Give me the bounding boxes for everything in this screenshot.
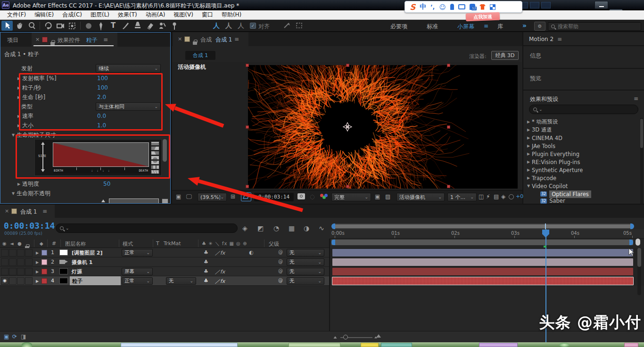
hide-shy-layers-icon[interactable]: ◔	[273, 224, 279, 232]
graph-plot[interactable]	[53, 142, 149, 167]
taskbar-app[interactable]	[121, 343, 238, 347]
info-panel-header[interactable]: 信息	[523, 47, 644, 69]
layer-row[interactable]: ▶ 3 灯源 屏幕⌄ ♣ ／fx @ 无⌄	[0, 267, 329, 276]
layer-row[interactable]: ▶ 1 [调整图层 2] 正常⌄ ♣ ／fx ◐ @ 无⌄	[0, 248, 329, 257]
effect-row-size[interactable]: ▶ 大小 1.0	[0, 121, 163, 130]
selection-handle[interactable]	[447, 185, 450, 188]
panel-menu-icon[interactable]: ≡	[634, 95, 638, 102]
tray-icon[interactable]	[541, 2, 551, 8]
graph-editor-icon[interactable]: ∿	[319, 224, 324, 232]
adjustment-layer-switch[interactable]: ◐	[249, 249, 254, 256]
text-tool[interactable]: T	[107, 21, 119, 31]
work-area-pill[interactable]	[636, 239, 640, 246]
property-value[interactable]: 100	[97, 75, 108, 82]
preset-item-plugin-everything[interactable]: ▶Plugin Everything	[525, 150, 640, 158]
fx-switch[interactable]: ／fx	[215, 249, 225, 256]
property-value[interactable]: 50	[103, 181, 110, 187]
sogou-skin-icon[interactable]: 12	[470, 4, 475, 10]
view-dropdown[interactable]: 活动摄像机⌄	[396, 193, 445, 201]
effects-presets-panel[interactable]: 效果和预设 ≡ ⌄ ▶* 动画预设 ▶3D 通道 ▶CINEMA 4D ▶JAe…	[523, 91, 644, 204]
blend-mode-dropdown[interactable]: 正常⌄	[122, 277, 153, 285]
audio-toggle[interactable]	[9, 277, 17, 285]
visibility-toggle[interactable]	[1, 268, 8, 275]
sogou-mic-icon[interactable]	[450, 4, 454, 10]
layer-bar-particles-selected[interactable]	[332, 277, 634, 285]
comp-frame[interactable]	[248, 65, 518, 189]
tab-close-icon[interactable]: ×	[35, 36, 40, 42]
layer-label-color[interactable]	[41, 278, 47, 284]
tab-composition[interactable]: × 合成 合成 1 ≡	[173, 32, 248, 46]
expander-icon[interactable]: ▶	[16, 182, 22, 186]
graph-preset-steps[interactable]	[151, 165, 159, 169]
help-search-box[interactable]	[548, 22, 641, 31]
menu-effect[interactable]: 效果(T)	[114, 11, 141, 19]
mask-visibility-icon[interactable]	[295, 22, 304, 29]
graph-preset-ramp-down[interactable]	[151, 146, 159, 150]
menu-edit[interactable]: 编辑(E)	[30, 11, 58, 19]
comp-viewer[interactable]: 活动摄像机	[173, 62, 522, 190]
effect-row-emit-probability[interactable]: ▶ 发射概率 [%] 100	[0, 74, 163, 83]
reset-exposure-icon[interactable]	[509, 194, 514, 199]
preset-item-jae-tools[interactable]: ▶JAe Tools	[525, 142, 640, 150]
fx-switch[interactable]: ／fx	[215, 268, 225, 275]
navigator-bar[interactable]	[335, 224, 630, 228]
zoom-out-icon[interactable]	[334, 336, 337, 339]
preset-item-video-copilot[interactable]: ▼Video Copilot	[525, 182, 640, 190]
property-value[interactable]: 2.0	[97, 94, 106, 100]
menu-composition[interactable]: 合成(C)	[58, 11, 86, 19]
camera-tool[interactable]	[55, 21, 66, 31]
layer-name[interactable]: 灯源	[72, 268, 82, 275]
frame-blending-icon[interactable]: ▦	[289, 224, 295, 232]
composition-mini-flowchart-icon[interactable]: ◈	[242, 224, 248, 232]
view-layout-dropdown[interactable]: 1 个...⌄	[447, 193, 477, 201]
menu-view[interactable]: 视图(V)	[169, 11, 198, 19]
fast-previews-icon[interactable]: ⚡	[486, 193, 490, 200]
presets-search-box[interactable]: ⌄	[529, 105, 638, 114]
resolution-dropdown[interactable]: 完整⌄	[331, 193, 371, 201]
lock-toggle[interactable]	[25, 258, 33, 266]
toggle-modes-icon[interactable]: ⟳	[12, 333, 17, 340]
expander-icon[interactable]: ▶	[16, 95, 22, 99]
panel-menu-icon[interactable]: ≡	[42, 208, 47, 215]
workspace-settings-icon[interactable]: ⚙	[534, 22, 545, 31]
timeline-divider[interactable]	[329, 239, 330, 331]
navigator-start-handle[interactable]	[331, 223, 335, 229]
roto-brush-tool[interactable]	[157, 21, 168, 31]
expander-icon[interactable]: ▶	[16, 76, 22, 81]
layer-row-selected[interactable]: ◉ ▶ 4 粒子 正常⌄ 无⌄ ♣ ／fx @ 无⌄	[0, 276, 329, 286]
rotate-tool[interactable]	[42, 21, 54, 31]
parent-pickwhip-icon[interactable]: @	[278, 278, 283, 283]
menu-animation[interactable]: 动画(A)	[141, 11, 170, 19]
selection-handle[interactable]	[246, 64, 249, 67]
property-value[interactable]: 0.0	[97, 113, 106, 119]
lock-toggle[interactable]	[25, 277, 33, 285]
layer-label-color[interactable]	[41, 269, 47, 274]
channel-colors-icon[interactable]	[320, 194, 328, 199]
parent-dropdown[interactable]: 无⌄	[287, 258, 324, 266]
expander-icon[interactable]: ▼	[10, 191, 17, 196]
graph-preset-flat[interactable]	[151, 141, 159, 146]
effect-row-size-over-life[interactable]: ▼ 生命期粒子尺寸	[0, 130, 163, 140]
parent-dropdown[interactable]: 无⌄	[287, 249, 324, 256]
align-checkbox[interactable]: ✓	[250, 23, 256, 29]
time-ruler[interactable]: 0:00s 01s 02s 03s 04s 05s	[330, 229, 644, 239]
layer-label-color[interactable]	[41, 250, 47, 256]
sogou-shirt-icon[interactable]	[479, 4, 486, 10]
view-axis-mode-icon[interactable]: 人	[238, 22, 244, 30]
expander-icon[interactable]: ▼	[10, 133, 17, 137]
eraser-tool[interactable]	[144, 21, 156, 31]
workspace-standard[interactable]: 标准	[427, 23, 438, 31]
help-search-input[interactable]	[558, 24, 628, 30]
time-navigator[interactable]	[331, 223, 634, 229]
preset-item-3d-channel[interactable]: ▶3D 通道	[525, 126, 640, 134]
graph-preset-random[interactable]	[151, 170, 159, 174]
layer-name[interactable]: [调整图层 2]	[72, 249, 103, 256]
preset-item-optical-flares[interactable]: 32 Optical Flares	[540, 190, 640, 198]
workspace-overflow-icon[interactable]: »	[522, 22, 527, 29]
world-axis-mode-icon[interactable]: 人	[225, 22, 232, 30]
emit-dropdown[interactable]: 继续⌄	[96, 64, 161, 73]
sogou-logo-icon[interactable]: S	[410, 2, 415, 12]
motion2-panel-header[interactable]: Motion 2 ≡	[523, 32, 644, 46]
minimize-button[interactable]	[594, 1, 608, 9]
windows-taskbar[interactable]	[0, 342, 644, 347]
